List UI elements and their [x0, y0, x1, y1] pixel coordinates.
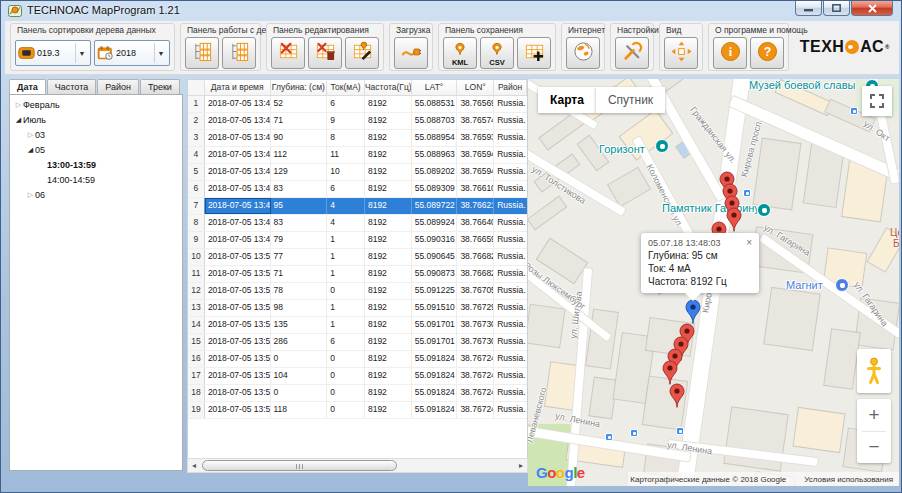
table-row[interactable]: 32018-07-05 13:45:29908819255.08895438.7… [188, 130, 527, 147]
row-number-cell: 17 [188, 368, 205, 384]
table-cell: Russia. [494, 198, 527, 214]
table-row[interactable]: 132018-07-05 13:53:39981819255.09151038.… [188, 300, 527, 317]
delete-track-button[interactable] [308, 37, 342, 69]
table-row[interactable]: 92018-07-05 13:49:43791819255.09031638.7… [188, 232, 527, 249]
tree-expander-icon[interactable]: ◢ [14, 116, 23, 124]
year-select[interactable]: 2018▼ [94, 40, 170, 66]
table-row[interactable]: 82018-07-05 13:48:41834819255.08992438.7… [188, 215, 527, 232]
internet-button[interactable] [566, 37, 600, 69]
toolbar-group: Панель редактирования [266, 23, 384, 71]
pegman-control[interactable] [857, 349, 891, 393]
tree-item[interactable]: ◢05 [10, 142, 182, 157]
maximize-button[interactable] [823, 1, 850, 16]
table-row[interactable]: 182018-07-05 13:57:2800819255.09182438.7… [188, 385, 527, 402]
tab-район[interactable]: Район [97, 79, 139, 94]
table-cell: 38.765697 [457, 96, 494, 112]
tab-дата[interactable]: Дата [9, 79, 46, 95]
fullscreen-icon [870, 94, 884, 108]
tree-rebuild-button[interactable] [222, 37, 256, 69]
table-row[interactable]: 62018-07-05 13:47:12836819255.08930938.7… [188, 181, 527, 198]
table-cell: 55.091701 [412, 334, 458, 350]
tree-item[interactable]: 13:00-13:59 [10, 157, 182, 172]
scroll-right-arrow-icon[interactable]: ▸ [515, 461, 527, 470]
toolbar-group-label: О программе и помощь [715, 25, 808, 35]
titlebar[interactable]: TECHNOAC MapProgram 1.21 [1, 1, 901, 21]
table-row[interactable]: 192018-07-05 13:58:031180819255.09182438… [188, 402, 527, 419]
table-cell: 38.766829 [457, 249, 494, 265]
table-cell: Russia. [494, 147, 527, 163]
table-row[interactable]: 142018-07-05 13:54:141351819255.09170138… [188, 317, 527, 334]
scroll-left-arrow-icon[interactable]: ◂ [188, 461, 200, 470]
table-cell: 55.091824 [412, 351, 458, 367]
table-row[interactable]: 22018-07-05 13:44:44719819255.08870338.7… [188, 113, 527, 130]
svg-text:i: i [728, 45, 732, 59]
column-header: LAT° [412, 80, 458, 95]
table-cell: 2018-07-05 13:55:59 [205, 368, 271, 384]
delete-point-button[interactable] [271, 37, 305, 69]
table-row[interactable]: 12018-07-05 13:43:19526819255.08853138.7… [188, 96, 527, 113]
table-cell: 79 [271, 232, 328, 248]
table-row[interactable]: 42018-07-05 13:46:0511211819255.08896338… [188, 147, 527, 164]
point-marker[interactable] [668, 382, 686, 408]
edit-point-button[interactable] [345, 37, 379, 69]
building [754, 139, 801, 210]
settings-button[interactable] [615, 37, 649, 69]
infowindow-close-icon[interactable]: × [746, 238, 752, 248]
save-csv-button[interactable]: CSV [480, 37, 514, 69]
fullscreen-button[interactable] [862, 86, 892, 116]
table-row[interactable]: 112018-07-05 13:51:02711819255.09087338.… [188, 266, 527, 283]
table-cell: 8192 [365, 232, 412, 248]
map-type-satellite-button[interactable]: Спутник [596, 87, 665, 113]
close-button[interactable] [851, 1, 893, 16]
about-button[interactable]: i [713, 37, 747, 69]
tree-item[interactable]: ◢Июль [10, 112, 182, 127]
minimize-button[interactable] [795, 1, 822, 16]
view-button[interactable] [664, 37, 698, 69]
hscroll-thumb[interactable] [202, 460, 397, 471]
table-cell: 2018-07-05 13:54:14 [205, 317, 271, 333]
tab-треки[interactable]: Треки [140, 79, 180, 94]
tree-item[interactable]: ▷06 [10, 187, 182, 202]
map-type-map-button[interactable]: Карта [538, 87, 596, 113]
poi-label: Памятник Гагарину [662, 202, 760, 214]
zoom-out-button[interactable]: − [857, 432, 891, 464]
tree-item[interactable]: ▷03 [10, 127, 182, 142]
selected-point-marker[interactable] [684, 298, 702, 324]
table-row[interactable]: 122018-07-05 13:52:36780819255.09122538.… [188, 283, 527, 300]
map-canvas[interactable]: Кирова просп.КироваГражданская ул.ул. То… [528, 79, 899, 486]
brand-text-left: ТЕХН [800, 38, 845, 56]
infowindow-body: Глубина: 95 смТок: 4 мАЧастота: 8192 Гц [648, 250, 752, 287]
tree-expander-icon[interactable]: ▷ [26, 191, 35, 199]
table-cell: 135 [271, 317, 328, 333]
tree-build-button[interactable] [185, 37, 219, 69]
load-data-button[interactable] [394, 37, 428, 69]
chevron-down-icon[interactable]: ▼ [75, 43, 88, 63]
window-title: TECHNOAC MapProgram 1.21 [27, 4, 180, 16]
save-kml-button[interactable]: KML [443, 37, 477, 69]
row-number-cell: 13 [188, 300, 205, 316]
help-button[interactable]: ? [750, 37, 784, 69]
tree-expander-icon[interactable]: ▷ [14, 101, 23, 109]
tab-частота[interactable]: Частота [47, 79, 96, 94]
table-row[interactable]: 72018-07-05 13:48:03954819255.08972238.7… [188, 198, 527, 215]
table-row[interactable]: 172018-07-05 13:55:591040819255.09182438… [188, 368, 527, 385]
chevron-down-icon[interactable]: ▼ [154, 43, 167, 63]
table-row[interactable]: 52018-07-05 13:46:4412910819255.08920238… [188, 164, 527, 181]
tree-expander-icon[interactable]: ▷ [26, 131, 35, 139]
column-header: LON° [457, 80, 494, 95]
toolbar-group: Панель сохраненияKMLCSV [438, 23, 556, 71]
zoom-in-button[interactable]: + [857, 399, 891, 431]
table-cell: 83 [271, 215, 328, 231]
table-row[interactable]: 102018-07-05 13:50:26771819255.09064538.… [188, 249, 527, 266]
tree-expander-icon[interactable]: ◢ [26, 146, 35, 154]
table-cell: 11 [327, 147, 365, 163]
table-row[interactable]: 152018-07-05 13:54:552866819255.09170138… [188, 334, 527, 351]
tree-item-label: 14:00-14:59 [47, 175, 95, 185]
tree-item[interactable]: 14:00-14:59 [10, 172, 182, 187]
tree-item[interactable]: ▷Февраль [10, 97, 182, 112]
table-cell: 1 [327, 266, 365, 282]
table-row[interactable]: 162018-07-05 13:55:4000819255.09182438.7… [188, 351, 527, 368]
terms-link[interactable]: Условия использования [804, 475, 893, 484]
add-map-button[interactable] [517, 37, 551, 69]
device-select[interactable]: 019.3▼ [15, 40, 91, 66]
